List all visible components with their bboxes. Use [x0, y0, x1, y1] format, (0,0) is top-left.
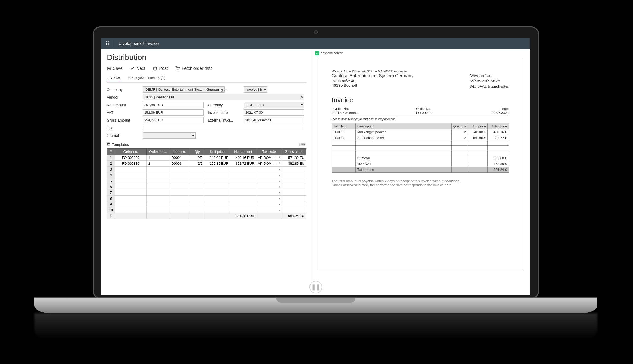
col-net: Net amount	[230, 149, 256, 155]
text-label: Text	[107, 126, 138, 130]
table-row[interactable]: 4	[107, 172, 306, 178]
gross-amount-input[interactable]	[143, 117, 204, 123]
table-row[interactable]: 10	[107, 207, 306, 213]
company-label: Company	[107, 87, 138, 92]
doc-order-no: FO-000839	[416, 111, 433, 115]
text-input[interactable]	[143, 125, 304, 131]
table-row[interactable]: 7	[107, 190, 306, 196]
doc-recipient-street: Baustraße 40	[332, 79, 414, 83]
pause-button[interactable]: ❚❚	[309, 281, 322, 293]
page-title: Distribution	[107, 53, 306, 62]
net-amount-input[interactable]	[143, 102, 204, 108]
save-icon	[107, 66, 111, 71]
app-topbar: d.velop smart invoice	[101, 38, 530, 49]
net-amount-label: Net amount	[107, 103, 138, 107]
database-icon	[153, 66, 157, 71]
post-button[interactable]: Post	[153, 66, 168, 71]
table-row[interactable]: 5	[107, 178, 306, 184]
doc-title: Invoice	[332, 96, 509, 104]
action-toolbar: Save Next Post Fetch order data	[107, 65, 306, 73]
col-num: #	[107, 149, 115, 155]
invoice-date-input[interactable]	[244, 109, 304, 116]
app-name: d.velop smart invoice	[119, 41, 159, 46]
table-row[interactable]: 3	[107, 167, 306, 172]
journal-select[interactable]	[143, 132, 196, 139]
currency-select[interactable]: EUR | Euro	[244, 102, 304, 108]
line-items-table: # Order no. Order line... Item no. Qty U…	[107, 148, 306, 219]
vat-input[interactable]	[143, 109, 204, 116]
doc-footer-1: The total amount is payable within 7 day…	[332, 179, 509, 183]
vendor-label: Vendor	[107, 95, 138, 99]
external-invoice-label: External invoi...	[208, 118, 239, 122]
svg-point-0	[154, 67, 157, 68]
doc-item-row: D0003StandardSpeaker2160.86 €321.72 €	[332, 135, 509, 141]
invoice-date-label: Invoice date	[208, 110, 239, 115]
gross-amount-label: Gross amount	[107, 118, 138, 122]
doc-footer-2: Unless otherwise stated, the performance…	[332, 183, 509, 187]
svg-point-1	[177, 70, 177, 70]
table-row[interactable]: 8	[107, 196, 306, 201]
invoice-document: Wesson Ltd – Whitworth St 2b – M1 5WZ Ma…	[318, 59, 523, 270]
currency-label: Currency	[208, 103, 239, 107]
doc-date: 30.07.2021	[492, 111, 509, 115]
tab-invoice[interactable]: Invoice	[107, 73, 121, 82]
tab-bar: Invoice History/comments (1)	[107, 73, 306, 83]
check-icon	[130, 66, 135, 71]
col-orderline: Order line...	[146, 149, 170, 155]
templates-icon	[107, 142, 110, 147]
templates-link[interactable]: Templates	[112, 142, 129, 147]
svg-point-2	[179, 70, 179, 70]
keyboard-icon[interactable]: ⌨	[299, 143, 306, 146]
doc-recipient-name: Contoso Entertainment System Germany	[332, 73, 414, 79]
cart-icon	[175, 66, 180, 71]
preview-app-name: ecspand center	[321, 51, 343, 55]
app-launcher-icon[interactable]	[105, 41, 111, 46]
col-order: Order no.	[115, 149, 146, 155]
save-button[interactable]: Save	[107, 66, 122, 71]
distribution-panel: Distribution Save Next Post	[101, 49, 312, 295]
invoice-type-label: Invoice type	[208, 87, 239, 92]
sum-row: Σ801,88 EUR954,24 EU	[107, 213, 306, 219]
table-row[interactable]: 6	[107, 184, 306, 190]
doc-vendor-city: M1 5WZ Manchester	[470, 84, 509, 89]
doc-invoice-no: 2021-07-30emh1	[332, 111, 358, 115]
doc-note: Please specify for payments and correspo…	[332, 117, 509, 121]
document-preview-panel: e ecspand center Wesson Ltd – Whitworth …	[312, 49, 530, 295]
vat-label: VAT	[107, 110, 138, 115]
doc-vendor-street: Whitworth St 2b	[470, 79, 509, 84]
fetch-order-button[interactable]: Fetch order data	[175, 66, 212, 71]
col-tax: Tax code	[256, 149, 282, 155]
invoice-type-select[interactable]: Invoice | Ir	[244, 86, 267, 93]
tab-history[interactable]: History/comments (1)	[127, 73, 166, 82]
col-gross: Gross amou	[282, 149, 306, 155]
ecspand-icon: e	[315, 51, 319, 55]
doc-vendor-name: Wesson Ltd.	[470, 73, 509, 79]
journal-label: Journal	[107, 133, 138, 138]
col-item: Item no.	[170, 149, 190, 155]
doc-recipient-city: 46395 Bocholt	[332, 83, 414, 87]
vendor-select[interactable]: 1032 | Wesson Ltd.	[143, 94, 304, 100]
col-qty: Qty	[190, 149, 204, 155]
doc-item-row: D0001MidRangeSpeaker2240.08 €480.16 €	[332, 129, 509, 135]
invoice-form: Company DEMF | Contoso Entertainment Sys…	[107, 86, 306, 139]
next-button[interactable]: Next	[130, 66, 145, 71]
table-row[interactable]: 9	[107, 201, 306, 207]
external-invoice-input[interactable]	[244, 117, 304, 123]
doc-sender-line: Wesson Ltd – Whitworth St 2b – M1 5WZ Ma…	[332, 70, 509, 73]
table-row[interactable]: 1FO-0008391D00012/2240,08 EUR480,16 EURA…	[107, 155, 306, 161]
table-row[interactable]: 2FO-0008392D00032/2160,86 EUR321,72 EURA…	[107, 161, 306, 167]
doc-item-table: Item No Description Quantity Unit price …	[332, 123, 509, 173]
col-unit: Unit price	[204, 149, 230, 155]
